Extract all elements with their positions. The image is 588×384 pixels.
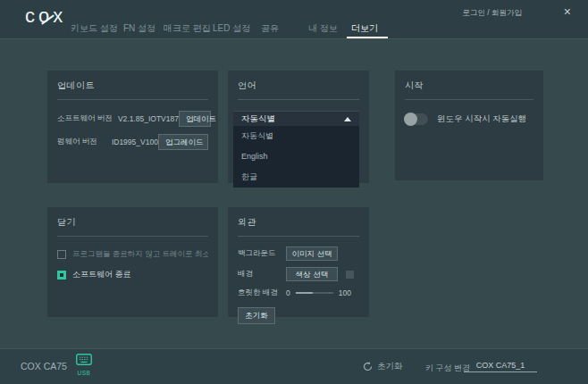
tab-fn-settings[interactable]: FN 설정 bbox=[123, 22, 155, 35]
language-dropdown-list: 자동식별 English 한글 bbox=[233, 126, 359, 188]
language-panel: 언어 자동식별 자동식별 English 한글 bbox=[228, 71, 369, 183]
language-dropdown-selected[interactable]: 자동식별 bbox=[233, 111, 359, 126]
background-color-row: 배경 색상 선택 bbox=[238, 267, 359, 281]
close-icon[interactable]: × bbox=[564, 4, 571, 19]
close-behavior-panel: 닫기 프로그램을 종료하지 않고 트레이로 최소화.. 소프트웨어 종료 bbox=[47, 207, 218, 317]
slider-track[interactable] bbox=[296, 292, 333, 294]
software-version-row: 소프트웨어 버전 V2.1.85_IOTV187 업데이트 bbox=[57, 111, 208, 127]
software-version-value: V2.1.85_IOTV187 bbox=[118, 114, 179, 123]
divider bbox=[405, 99, 533, 100]
background-image-row: 백그라운드 이미지 선택 bbox=[238, 246, 359, 261]
device-name: COX CA75 bbox=[21, 361, 67, 371]
keyboard-icon bbox=[76, 354, 92, 365]
minimize-to-tray-checkbox[interactable] bbox=[57, 250, 66, 259]
update-button[interactable]: 업데이트 bbox=[179, 111, 211, 127]
key-reset-button[interactable]: 초기화 bbox=[363, 361, 403, 372]
firmware-version-value: ID1995_V100 bbox=[112, 138, 158, 146]
color-swatch[interactable] bbox=[346, 271, 354, 279]
language-option-english[interactable]: English bbox=[233, 146, 359, 167]
tab-my-info[interactable]: 내 정보 bbox=[308, 22, 338, 35]
image-select-button[interactable]: 이미지 선택 bbox=[286, 246, 338, 261]
tab-more[interactable]: 더보기 bbox=[351, 22, 378, 35]
cox-logo: COX bbox=[25, 4, 66, 28]
tab-keyboard-settings[interactable]: 키보드 설정 bbox=[71, 22, 118, 35]
exit-software-option[interactable]: 소프트웨어 종료 bbox=[57, 269, 208, 280]
key-reset-label: 초기화 bbox=[377, 361, 403, 372]
usb-connection-indicator: USB bbox=[75, 353, 93, 376]
divider bbox=[238, 236, 359, 237]
update-panel: 업데이트 소프트웨어 버전 V2.1.85_IOTV187 업데이트 펌웨어 버… bbox=[47, 71, 218, 183]
firmware-version-row: 펌웨어 버전 ID1995_V100 업그레이드 bbox=[57, 134, 208, 150]
tab-macro-edit[interactable]: 매크로 편집 bbox=[164, 22, 211, 35]
firmware-version-label: 펌웨어 버전 bbox=[57, 137, 97, 147]
slider-fill bbox=[296, 292, 313, 294]
topbar: COX 키보드 설정 FN 설정 매크로 편집 LED 설정 공유 내 정보 더… bbox=[0, 0, 588, 39]
background-label: 백그라운드 bbox=[238, 248, 286, 259]
divider bbox=[238, 99, 359, 100]
refresh-icon bbox=[363, 362, 373, 371]
language-dropdown: 자동식별 자동식별 English 한글 bbox=[233, 111, 359, 188]
dropdown-arrow-up-icon bbox=[344, 117, 351, 121]
language-selected-value: 자동식별 bbox=[241, 113, 344, 125]
blur-slider-row: 흐릿한 배경 0 100 bbox=[238, 288, 359, 298]
appearance-reset-button[interactable]: 초기화 bbox=[238, 307, 275, 323]
startup-panel: 시작 윈도우 시작시 자동실행 bbox=[395, 71, 543, 180]
toggle-knob bbox=[404, 113, 417, 126]
divider bbox=[57, 236, 208, 237]
bg-color-label: 배경 bbox=[238, 269, 286, 280]
appearance-panel: 외관 백그라운드 이미지 선택 배경 색상 선택 흐릿한 배경 0 100 초기… bbox=[228, 207, 369, 317]
software-version-label: 소프트웨어 버전 bbox=[57, 113, 113, 124]
bottombar: COX CA75 USB 초기화 키 구성 변경 COX CA75_1 bbox=[0, 348, 588, 384]
language-panel-title: 언어 bbox=[238, 79, 359, 92]
language-option-auto[interactable]: 자동식별 bbox=[233, 126, 359, 146]
slider-min-label: 0 bbox=[286, 288, 290, 297]
usb-label: USB bbox=[75, 370, 93, 376]
autostart-row: 윈도우 시작시 자동실행 bbox=[405, 113, 533, 125]
key-config-input[interactable]: COX CA75_1 bbox=[464, 358, 537, 372]
tab-share[interactable]: 공유 bbox=[261, 22, 279, 35]
login-signup-link[interactable]: 로그인 / 회원가입 bbox=[462, 8, 522, 19]
autostart-toggle[interactable] bbox=[405, 113, 428, 125]
appearance-panel-title: 외관 bbox=[238, 216, 359, 229]
exit-software-label: 소프트웨어 종료 bbox=[72, 269, 131, 280]
close-panel-title: 닫기 bbox=[57, 216, 208, 229]
slider-max-label: 100 bbox=[339, 288, 351, 297]
startup-panel-title: 시작 bbox=[405, 79, 533, 92]
logo-text: COX bbox=[25, 4, 66, 27]
tab-led-settings[interactable]: LED 설정 bbox=[213, 22, 250, 35]
autostart-label: 윈도우 시작시 자동실행 bbox=[437, 113, 526, 125]
minimize-to-tray-option[interactable]: 프로그램을 종료하지 않고 트레이로 최소화.. bbox=[57, 249, 208, 260]
upgrade-button[interactable]: 업그레이드 bbox=[158, 134, 208, 150]
language-option-korean[interactable]: 한글 bbox=[233, 167, 359, 188]
blur-label: 흐릿한 배경 bbox=[238, 288, 286, 298]
active-tab-underline bbox=[347, 37, 388, 38]
color-select-button[interactable]: 색상 선택 bbox=[286, 267, 338, 281]
divider bbox=[57, 99, 208, 100]
app-window: COX 키보드 설정 FN 설정 매크로 편집 LED 설정 공유 내 정보 더… bbox=[0, 0, 588, 384]
update-panel-title: 업데이트 bbox=[57, 79, 208, 92]
exit-software-checkbox[interactable] bbox=[57, 271, 66, 280]
minimize-to-tray-label: 프로그램을 종료하지 않고 트레이로 최소화.. bbox=[72, 249, 208, 260]
blur-slider: 0 100 bbox=[286, 288, 351, 297]
